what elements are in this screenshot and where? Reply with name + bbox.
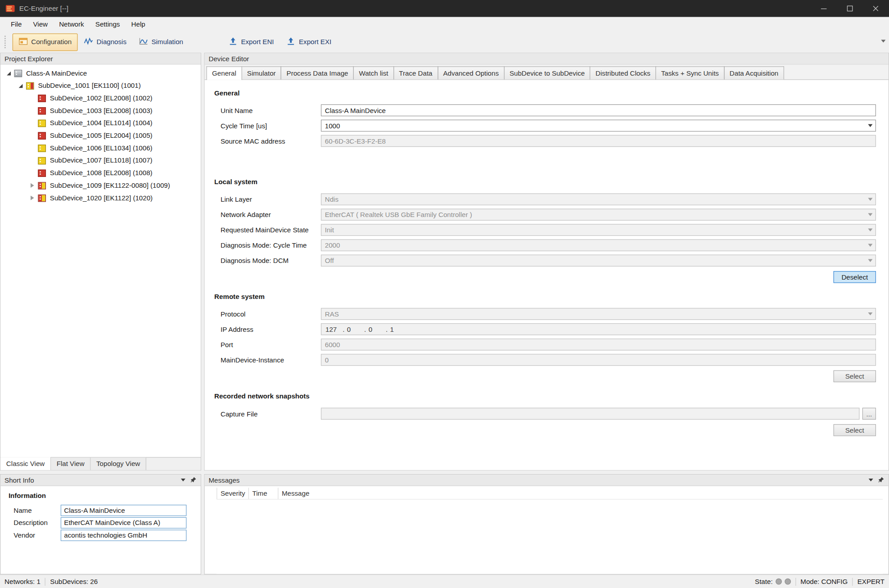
- port-input: [321, 339, 876, 350]
- chevron-down-icon: [868, 198, 872, 201]
- tab-distributed-clocks[interactable]: Distributed Clocks: [590, 66, 656, 79]
- vendor-label: Vendor: [9, 531, 61, 539]
- tree-item-subdevice-1008[interactable]: SubDevice_1008 [EL2008] (1008): [0, 167, 201, 179]
- short-info-title: Short Info: [5, 476, 34, 484]
- chevron-down-icon[interactable]: [869, 479, 873, 481]
- tree-item-subdevice-1020[interactable]: SubDevice_1020 [EK1122] (1020): [0, 192, 201, 204]
- tree-item-label: SubDevice_1002 [EL2008] (1002): [50, 94, 153, 102]
- column-message[interactable]: Message: [278, 488, 883, 499]
- snapshot-select-button[interactable]: Select: [834, 424, 876, 436]
- mode-indicator: Mode: CONFIG: [800, 578, 848, 586]
- pin-icon[interactable]: [878, 476, 884, 484]
- tree-item-label: SubDevice_1009 [EK1122-0080] (1009): [50, 181, 170, 190]
- diagnosis-button[interactable]: Diagnosis: [78, 33, 133, 51]
- maximize-button[interactable]: [837, 0, 863, 17]
- close-button[interactable]: [863, 0, 889, 17]
- vendor-input[interactable]: [61, 529, 187, 541]
- tab-advanced-options[interactable]: Advanced Options: [438, 66, 505, 79]
- main-area: Project Explorer Class-A MainDevice SubD…: [0, 53, 889, 574]
- tab-general[interactable]: General: [206, 66, 242, 80]
- menu-file[interactable]: File: [5, 17, 27, 31]
- expander-icon[interactable]: [28, 181, 37, 190]
- tab-process-data-image[interactable]: Process Data Image: [281, 66, 354, 79]
- tree-item-subdevice-1003[interactable]: SubDevice_1003 [EL2008] (1003): [0, 104, 201, 117]
- status-separator: [45, 578, 45, 586]
- capture-file-row: Capture File ...: [214, 406, 876, 421]
- tab-simulator[interactable]: Simulator: [241, 66, 281, 79]
- configuration-button[interactable]: Configuration: [13, 33, 78, 51]
- horizontal-splitter[interactable]: [204, 470, 889, 474]
- status-right: State: Mode: CONFIG EXPERT: [755, 578, 884, 586]
- input-module-icon: [38, 145, 46, 152]
- port-label: Port: [214, 340, 321, 348]
- horizontal-splitter[interactable]: [0, 470, 201, 474]
- column-severity[interactable]: Severity: [217, 488, 249, 499]
- chevron-down-icon: [868, 229, 872, 231]
- tab-topology-view[interactable]: Topology View: [90, 457, 146, 470]
- pin-icon[interactable]: [190, 476, 197, 484]
- expander-icon[interactable]: [16, 81, 25, 90]
- tree-item-subdevice-1004[interactable]: SubDevice_1004 [EL1014] (1004): [0, 117, 201, 129]
- remote-select-button[interactable]: Select: [834, 370, 876, 382]
- chevron-down-icon: [868, 259, 872, 262]
- name-input[interactable]: [61, 505, 187, 516]
- unit-name-input[interactable]: [321, 104, 876, 116]
- diagnosis-label: Diagnosis: [97, 38, 126, 46]
- tree-item-subdevice-1006[interactable]: SubDevice_1006 [EL1034] (1006): [0, 142, 201, 154]
- tree-item-label: Class-A MainDevice: [26, 69, 87, 77]
- requested-state-row: Requested MainDevice State Init: [214, 222, 876, 238]
- cycle-time-dropdown[interactable]: 1000: [321, 120, 876, 131]
- tree-item-subdevice-1007[interactable]: SubDevice_1007 [EL1018] (1007): [0, 154, 201, 167]
- expander-icon[interactable]: [4, 68, 13, 77]
- requested-state-value: Init: [325, 226, 868, 234]
- expander-spacer: [28, 144, 37, 153]
- chevron-down-icon[interactable]: [181, 479, 185, 481]
- menu-help[interactable]: Help: [126, 17, 151, 31]
- tab-watch-list[interactable]: Watch list: [353, 66, 394, 79]
- tab-subdevice-to-subdevice[interactable]: SubDevice to SubDevice: [504, 66, 590, 79]
- configuration-icon: [19, 36, 28, 47]
- column-time[interactable]: Time: [249, 488, 278, 499]
- browse-button[interactable]: ...: [862, 408, 876, 420]
- tree-item-subdevice-1002[interactable]: SubDevice_1002 [EL2008] (1002): [0, 92, 201, 104]
- export-eni-button[interactable]: Export ENI: [222, 33, 280, 51]
- source-mac-input: [321, 135, 876, 147]
- tree-item-subdevice-1005[interactable]: SubDevice_1005 [EL2004] (1005): [0, 129, 201, 142]
- tree-item-label: SubDevice_1005 [EL2004] (1005): [50, 131, 153, 140]
- general-section-heading: General: [214, 89, 876, 97]
- menu-settings[interactable]: Settings: [90, 17, 126, 31]
- tree-item-maindevice[interactable]: Class-A MainDevice: [0, 67, 201, 80]
- output-module-icon: [38, 132, 46, 139]
- requested-state-dropdown: Init: [321, 224, 876, 236]
- name-label: Name: [9, 507, 61, 515]
- minimize-button[interactable]: [811, 0, 837, 17]
- ip-separator: .: [340, 325, 347, 333]
- requested-state-label: Requested MainDevice State: [214, 226, 321, 234]
- input-module-icon: [38, 157, 46, 164]
- messages-header: Messages: [205, 475, 889, 486]
- tab-classic-view[interactable]: Classic View: [0, 457, 51, 470]
- tab-tasks-sync-units[interactable]: Tasks + Sync Units: [655, 66, 724, 79]
- menu-view[interactable]: View: [27, 17, 54, 31]
- title-bar: EC-Engineer [--]: [0, 0, 889, 17]
- tab-data-acquisition[interactable]: Data Acquisition: [724, 66, 784, 79]
- tree-item-subdevice-1001[interactable]: SubDevice_1001 [EK1100] (1001): [0, 79, 201, 92]
- menu-network[interactable]: Network: [54, 17, 90, 31]
- input-module-icon: [38, 119, 46, 127]
- chevron-down-icon: [868, 213, 872, 216]
- tab-trace-data[interactable]: Trace Data: [393, 66, 438, 79]
- short-info-panel: Short Info Information Name: [0, 474, 201, 574]
- expander-icon[interactable]: [28, 194, 37, 203]
- status-separator: [852, 578, 853, 586]
- description-row: Description: [9, 516, 201, 529]
- toolbar-overflow-icon[interactable]: [881, 40, 885, 42]
- output-module-icon: [38, 107, 46, 114]
- deselect-button[interactable]: Deselect: [834, 271, 876, 283]
- export-eni-label: Export ENI: [241, 38, 274, 46]
- simulation-button[interactable]: Simulation: [133, 33, 190, 51]
- export-exi-button[interactable]: Export EXI: [280, 33, 338, 51]
- toolbar-grip[interactable]: [5, 36, 7, 48]
- tab-flat-view[interactable]: Flat View: [51, 457, 90, 470]
- tree-item-subdevice-1009[interactable]: SubDevice_1009 [EK1122-0080] (1009): [0, 179, 201, 192]
- description-input[interactable]: [61, 517, 187, 529]
